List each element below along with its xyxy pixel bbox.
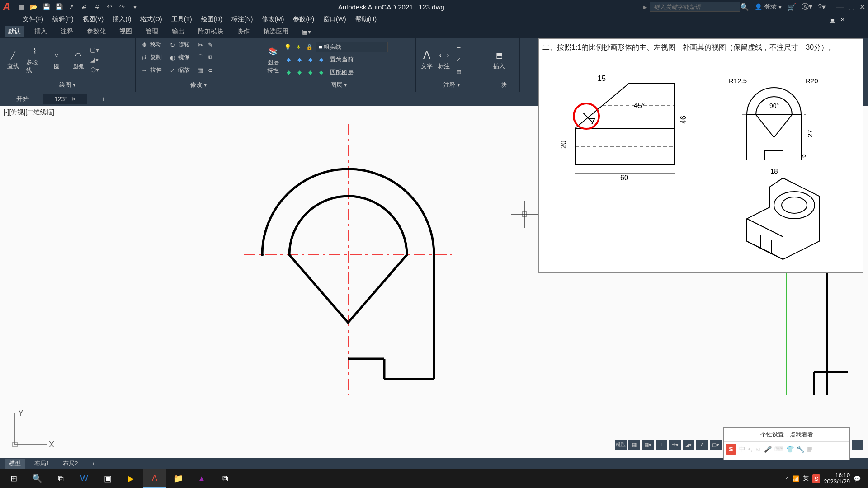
rotate-icon[interactable]: ↻	[168, 41, 176, 49]
lay8-icon[interactable]: ◆	[316, 68, 326, 77]
arc-button[interactable]: ◠ 圆弧	[69, 48, 88, 71]
cart-icon[interactable]: 🛒	[787, 3, 796, 11]
app4-button[interactable]: ⧉	[213, 469, 237, 488]
menu-edit[interactable]: 编辑(E)	[52, 15, 74, 23]
doc-tab-new[interactable]: +	[91, 94, 116, 104]
lay6-icon[interactable]: ◆	[295, 68, 304, 77]
linear-dim-icon[interactable]: ⊢	[454, 43, 463, 52]
new-icon[interactable]: ▦	[17, 3, 25, 11]
search-button[interactable]: 🔍	[25, 469, 49, 488]
sogou-icon[interactable]: S	[726, 444, 736, 455]
sun-icon[interactable]: ☀	[294, 42, 303, 52]
ime-lang[interactable]: 中	[739, 445, 745, 453]
menu-view[interactable]: 视图(V)	[83, 15, 104, 23]
ime-tool-icon[interactable]: 🔧	[797, 446, 804, 453]
start-button[interactable]: ⊞	[2, 469, 25, 488]
offset-icon[interactable]: ⊂	[206, 66, 214, 74]
stretch-icon[interactable]: ↔	[140, 66, 148, 74]
tray-up-icon[interactable]: ^	[786, 475, 788, 482]
sb-otrack-icon[interactable]: ▢▾	[710, 440, 722, 450]
explode-icon[interactable]: ⧉	[206, 53, 214, 61]
lay3-icon[interactable]: ◆	[306, 55, 315, 64]
plot-icon[interactable]: 🖨	[80, 3, 88, 11]
doc-restore-icon[interactable]: ▣	[830, 16, 835, 23]
menu-modify[interactable]: 修改(M)	[262, 15, 284, 23]
menu-window[interactable]: 窗口(W)	[323, 15, 346, 23]
tab-extra[interactable]: ▣▾	[298, 27, 315, 37]
app2-button[interactable]: ▶	[119, 469, 143, 488]
layer-dropdown[interactable]: ■ 粗实线	[316, 42, 388, 52]
saveas-icon[interactable]: 💾	[55, 3, 63, 11]
tray-net-icon[interactable]: 📶	[792, 475, 799, 482]
hatch-icon[interactable]: ◢▾	[90, 56, 99, 64]
doc-minimize-icon[interactable]: —	[819, 16, 825, 23]
ime-keyboard-icon[interactable]: ⌨	[774, 446, 783, 453]
fillet-icon[interactable]: ⌒	[196, 53, 204, 61]
model-tab-layout1[interactable]: 布局1	[30, 459, 54, 469]
menu-insert[interactable]: 插入(I)	[113, 15, 131, 23]
ime-punct-icon[interactable]: •,	[748, 446, 752, 453]
redo-icon[interactable]: ↷	[118, 3, 126, 11]
menu-help[interactable]: 帮助(H)	[355, 15, 377, 23]
array-icon[interactable]: ▦	[196, 66, 204, 74]
tab-annotate[interactable]: 注释	[57, 26, 77, 37]
eraser-icon[interactable]: ✎	[206, 41, 214, 49]
open-icon[interactable]: 📂	[29, 3, 38, 11]
search-input[interactable]	[650, 2, 740, 12]
lay1-icon[interactable]: ◆	[284, 55, 293, 64]
sb-polar-icon[interactable]: ✛▾	[669, 440, 681, 450]
lay5-icon[interactable]: ◆	[284, 68, 293, 77]
tab-close-icon[interactable]: ✕	[71, 95, 76, 103]
qat-dropdown-icon[interactable]: ▾	[131, 3, 139, 11]
line-button[interactable]: ╱ 直线	[4, 48, 23, 71]
undo-icon[interactable]: ↶	[105, 3, 113, 11]
menu-tools[interactable]: 工具(T)	[171, 15, 192, 23]
leader-icon[interactable]: ↙	[454, 55, 463, 64]
tab-home[interactable]: 默认	[5, 26, 24, 37]
close-icon[interactable]: ✕	[859, 3, 865, 11]
doc-close-icon[interactable]: ✕	[840, 16, 845, 23]
mirror-icon[interactable]: ◐	[168, 53, 176, 61]
ime-skin-icon[interactable]: 👕	[786, 446, 794, 453]
autocad-button[interactable]: A	[143, 469, 166, 488]
lay2-icon[interactable]: ◆	[295, 55, 304, 64]
sb-grid-icon[interactable]: ▦	[628, 440, 640, 450]
tab-view[interactable]: 视图	[116, 26, 136, 37]
polygon-icon[interactable]: ⬡▾	[90, 66, 99, 74]
sb-model[interactable]: 模型	[615, 440, 627, 450]
login-button[interactable]: 👤 登录▾	[755, 3, 782, 11]
panel-layer-label[interactable]: 图层 ▾	[266, 80, 412, 90]
tray-sogou-icon[interactable]: S	[812, 474, 820, 483]
model-tab-layout2[interactable]: 布局2	[58, 459, 82, 469]
scale-icon[interactable]: ⤢	[168, 66, 176, 74]
copy-icon[interactable]: ⿻	[140, 53, 148, 61]
rectangle-icon[interactable]: ▢▾	[90, 46, 99, 54]
ime-mic-icon[interactable]: 🎤	[764, 446, 772, 453]
menu-format[interactable]: 格式(O)	[140, 15, 162, 23]
menu-dim[interactable]: 标注(N)	[231, 15, 253, 23]
polyline-button[interactable]: ⌇ 多段线	[25, 44, 44, 75]
ime-emoji-icon[interactable]: ☺	[755, 446, 761, 453]
trim-icon[interactable]: ✂	[196, 41, 204, 49]
save-icon[interactable]: 💾	[42, 3, 50, 11]
lay7-icon[interactable]: ◆	[306, 68, 315, 77]
lock-icon[interactable]: 🔒	[305, 42, 314, 52]
app1-button[interactable]: ▣	[96, 469, 119, 488]
layer-props-button[interactable]: 📚 图层 特性	[266, 44, 280, 75]
menu-draw[interactable]: 绘图(D)	[201, 15, 222, 23]
sb-custom-icon[interactable]: ≡	[852, 440, 863, 450]
cloud-icon[interactable]: ↗	[67, 3, 75, 11]
model-tab-model[interactable]: 模型	[5, 459, 25, 469]
tab-collab[interactable]: 协作	[233, 26, 253, 37]
tab-output[interactable]: 输出	[168, 26, 188, 37]
minimize-icon[interactable]: —	[836, 3, 844, 11]
model-tab-new[interactable]: +	[87, 460, 99, 468]
panel-annot-label[interactable]: 注释 ▾	[420, 80, 484, 90]
panel-draw-label[interactable]: 绘图 ▾	[4, 80, 132, 90]
tab-insert[interactable]: 插入	[31, 26, 51, 37]
ime-menu-icon[interactable]: ▦	[807, 446, 813, 453]
app3-button[interactable]: ▲	[190, 469, 213, 488]
panel-block-label[interactable]: 块	[492, 80, 516, 90]
text-button[interactable]: A 文字	[420, 48, 434, 71]
ime-toolbar[interactable]: 个性设置，点我看看 S 中 •, ☺ 🎤 ⌨ 👕 🔧 ▦	[723, 427, 850, 460]
